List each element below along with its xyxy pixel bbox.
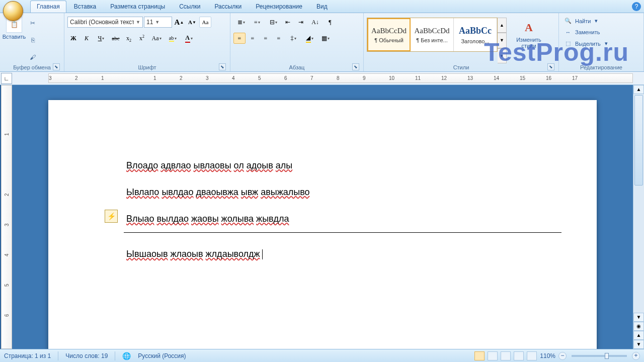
zoom-knob[interactable] <box>605 353 609 359</box>
tab-review[interactable]: Рецензирование <box>249 1 309 13</box>
view-print-layout[interactable] <box>474 351 485 360</box>
help-button[interactable]: ? <box>632 2 641 11</box>
document-word[interactable]: авыжалыво <box>261 187 309 197</box>
status-language[interactable]: Русский (Россия) <box>138 352 186 359</box>
change-case-button[interactable]: Aa▾ <box>149 33 164 44</box>
multilevel-button[interactable]: ⊟▾ <box>266 17 281 28</box>
zoom-out-button[interactable]: − <box>558 352 567 360</box>
office-button[interactable] <box>3 1 23 21</box>
ruler-horizontal[interactable]: 3211234567891011121314151617 <box>48 73 633 83</box>
shrink-font-button[interactable]: A▼ <box>186 17 198 28</box>
scroll-down-button[interactable]: ▼ <box>633 313 644 322</box>
find-button[interactable]: Найти▾ <box>562 17 610 25</box>
line-spacing-button[interactable]: ‡▾ <box>286 33 301 44</box>
document-word[interactable]: жлаоыв <box>170 249 203 259</box>
document-word[interactable]: вылдао <box>156 214 189 224</box>
style-gallery[interactable]: AaBbCcDd ¶ Обычный AaBbCcDd ¶ Без инте..… <box>367 18 498 52</box>
highlight-button[interactable]: ab▾ <box>165 33 180 44</box>
document-word[interactable]: адоыв <box>247 160 273 170</box>
document-word[interactable]: жывдла <box>256 214 289 224</box>
prev-page-button[interactable]: ◉ <box>633 322 644 331</box>
tab-home[interactable]: Главная <box>30 1 66 13</box>
document-line[interactable]: Влоадо адвлао ывлаовы ол адоыв алы <box>126 160 521 171</box>
font-name-combo[interactable]: Calibri (Основной текст)▼ <box>67 17 143 28</box>
font-color-button[interactable]: A▾ <box>181 33 196 44</box>
zoom-level[interactable]: 110% <box>540 352 555 359</box>
document-word[interactable]: ывлаовы <box>193 160 231 170</box>
vertical-scrollbar[interactable]: ▲ ▼ ◉ ▲ ▼ <box>633 85 644 349</box>
document-word[interactable]: Влыао <box>126 214 154 224</box>
format-painter-button[interactable] <box>27 52 38 63</box>
document-word[interactable]: жаовы <box>191 214 219 224</box>
style-scroll-down[interactable]: ▼ <box>498 33 507 48</box>
section-marker-icon[interactable]: ⚡ <box>105 210 118 223</box>
view-full-reading[interactable] <box>488 351 498 360</box>
styles-launcher[interactable]: ⬊ <box>547 63 554 70</box>
style-expand[interactable]: ▾ <box>498 48 507 63</box>
scroll-up-button[interactable]: ▲ <box>633 85 644 94</box>
document-word[interactable]: ол <box>234 160 244 170</box>
bold-button[interactable]: Ж <box>67 33 79 44</box>
bullets-button[interactable]: ≣▾ <box>233 17 249 28</box>
scroll-thumb[interactable] <box>634 95 643 186</box>
font-size-combo[interactable]: 11▼ <box>144 17 172 28</box>
style-heading1[interactable]: AaBbCc Заголово... <box>454 18 497 51</box>
borders-button[interactable]: ▦▾ <box>318 33 333 44</box>
view-web-layout[interactable] <box>501 351 511 360</box>
document-line[interactable]: Ывшаоыв жлаоыв жлдаыволдж <box>126 249 521 259</box>
change-styles-button[interactable]: Изменить стили <box>511 18 547 63</box>
align-right-button[interactable]: ≡ <box>260 33 272 44</box>
style-normal[interactable]: AaBbCcDd ¶ Обычный <box>367 18 411 51</box>
shading-button[interactable]: ◢▾ <box>302 33 317 44</box>
next-page-button[interactable]: ▼ <box>633 340 644 349</box>
align-center-button[interactable]: ≡ <box>247 33 259 44</box>
browse-object-button[interactable]: ▲ <box>633 331 644 340</box>
zoom-slider[interactable] <box>572 355 627 357</box>
underline-button[interactable]: Ч▾ <box>94 33 109 44</box>
tab-view[interactable]: Вид <box>310 1 334 13</box>
tab-layout[interactable]: Разметка страницы <box>104 1 172 13</box>
style-nospacing[interactable]: AaBbCcDd ¶ Без инте... <box>411 18 454 51</box>
numbering-button[interactable]: ≡▾ <box>250 17 265 28</box>
document-word[interactable]: адвлао <box>160 160 191 170</box>
grow-font-button[interactable]: A▲ <box>173 17 185 28</box>
document-line[interactable]: Влыао вылдао жаовы жолыва жывдла <box>126 214 521 224</box>
font-launcher[interactable]: ⬊ <box>219 63 226 70</box>
ruler-vertical[interactable]: 123456 <box>1 85 12 349</box>
document-word[interactable]: дваоывжа <box>196 187 238 197</box>
zoom-in-button[interactable]: + <box>632 352 640 360</box>
document-scroll[interactable]: Влоадо адвлао ывлаовы ол адоыв алыЫвлапо… <box>12 85 633 349</box>
document-word[interactable]: жолыва <box>221 214 254 224</box>
increase-indent-button[interactable]: ⇥ <box>295 17 307 28</box>
copy-button[interactable] <box>27 35 38 46</box>
justify-button[interactable]: ≡ <box>273 33 285 44</box>
tab-insert[interactable]: Вставка <box>67 1 103 13</box>
decrease-indent-button[interactable]: ⇤ <box>282 17 294 28</box>
sort-button[interactable]: A↓ <box>308 17 323 28</box>
paste-button[interactable]: Вставить <box>3 15 25 63</box>
style-scroll-up[interactable]: ▲ <box>498 18 507 33</box>
document-word[interactable]: Влоадо <box>126 160 158 170</box>
clipboard-launcher[interactable]: ⬊ <box>53 63 60 70</box>
document-word[interactable]: Ывшаоыв <box>126 249 168 259</box>
document-word[interactable]: Ывлапо <box>126 187 159 197</box>
cut-button[interactable] <box>27 18 38 29</box>
tab-mailings[interactable]: Рассылки <box>208 1 248 13</box>
document-word[interactable]: ывлдао <box>162 187 193 197</box>
document-word[interactable]: жлдаыволдж <box>206 249 260 259</box>
show-marks-button[interactable]: ¶ <box>324 17 336 28</box>
status-page[interactable]: Страница: 1 из 1 <box>4 352 51 359</box>
tab-references[interactable]: Ссылки <box>173 1 207 13</box>
align-left-button[interactable]: ≡ <box>233 33 246 44</box>
document-page[interactable]: Влоадо адвлао ывлаовы ол адоыв алыЫвлапо… <box>48 100 597 349</box>
status-word-count[interactable]: Число слов: 19 <box>65 352 108 359</box>
tab-selector[interactable]: ∟ <box>1 73 12 84</box>
paragraph-launcher[interactable]: ⬊ <box>352 63 359 70</box>
subscript-button[interactable]: x2 <box>123 33 135 44</box>
superscript-button[interactable]: x2 <box>136 33 148 44</box>
document-line[interactable]: Ывлапо ывлдао дваоывжа ывж авыжалыво <box>126 187 521 198</box>
replace-button[interactable]: Заменить <box>562 28 610 36</box>
strikethrough-button[interactable]: abc <box>110 33 122 44</box>
clear-formatting-button[interactable]: Aa <box>199 17 211 28</box>
document-word[interactable]: алы <box>276 160 292 170</box>
